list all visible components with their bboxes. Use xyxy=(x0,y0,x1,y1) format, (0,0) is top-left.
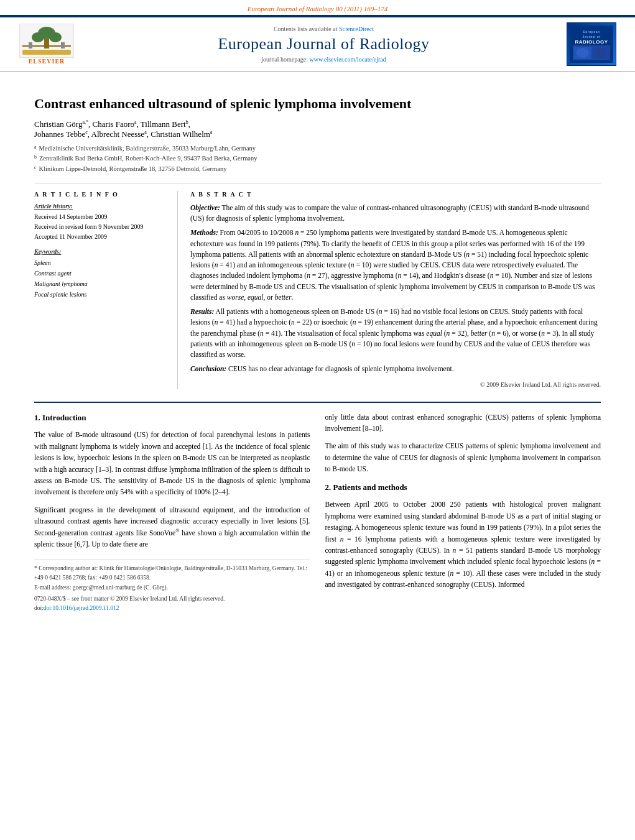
abstract-methods: Methods: From 04/2005 to 10/2008 n = 250… xyxy=(190,228,601,303)
svg-point-3 xyxy=(49,32,62,42)
email-address: E-mail address: goergc@med.uni-marburg.d… xyxy=(34,583,310,592)
body-section2-para1: Between April 2005 to October 2008 250 p… xyxy=(325,499,601,590)
article-info-label: A R T I C L E I N F O xyxy=(34,191,165,198)
body-section1-para1: The value of B-mode ultrasound (US) for … xyxy=(34,429,310,497)
radiology-logo: European Journal of RADIOLOGY xyxy=(567,22,623,66)
affiliation-a: Medizinische Universitätsklinik, Balding… xyxy=(39,144,256,154)
results-label: Results: xyxy=(190,308,214,315)
contents-line: Contents lists available at ScienceDirec… xyxy=(81,25,567,32)
doi-text: doi:doi:10.1016/j.ejrad.2009.11.012 xyxy=(34,604,310,613)
svg-text:Journal of: Journal of xyxy=(582,35,600,39)
abstract-label: A B S T R A C T xyxy=(190,191,601,198)
abstract-column: A B S T R A C T Objective: The aim of th… xyxy=(190,191,601,389)
article-title: Contrast enhanced ultrasound of splenic … xyxy=(34,96,601,112)
keyword-3: Malignant lymphoma xyxy=(34,279,165,289)
sciencedirect-link[interactable]: ScienceDirect xyxy=(339,25,374,32)
authors: Christian Görga,*, Charis Faoroa, Tillma… xyxy=(34,119,601,140)
body-section1-para2: Significant progress in the development … xyxy=(34,504,310,550)
affiliation-c: Klinikum Lippe-Detmold, Röntgenstraße 18… xyxy=(39,164,227,174)
section2-heading: 2. Patients and methods xyxy=(325,481,601,494)
journal-title-area: Contents lists available at ScienceDirec… xyxy=(81,25,567,63)
methods-text: From 04/2005 to 10/2008 n = 250 lymphoma… xyxy=(190,229,595,301)
body-right-column: only little data about contrast enhanced… xyxy=(325,412,601,614)
svg-point-2 xyxy=(32,32,44,42)
abstract-section: Objective: The aim of this study was to … xyxy=(190,203,601,389)
page: European Journal of Radiology 80 (2011) … xyxy=(0,0,635,840)
info-abstract-columns: A R T I C L E I N F O Article history: R… xyxy=(34,183,601,389)
body-section1-right-para1: only little data about contrast enhanced… xyxy=(325,412,601,435)
journal-ref-text: European Journal of Radiology 80 (2011) … xyxy=(248,5,387,12)
revised-date: Received in revised form 9 November 2009 xyxy=(34,222,165,232)
keyword-4: Focal splenic lesions xyxy=(34,289,165,300)
methods-label: Methods: xyxy=(190,229,218,236)
accepted-date: Accepted 11 November 2009 xyxy=(34,232,165,242)
results-text: All patients with a homogeneous spleen o… xyxy=(190,308,598,358)
abstract-objective: Objective: The aim of this study was to … xyxy=(190,203,601,224)
doi-line: 0720-048X/$ – see front matter © 2009 El… xyxy=(34,594,310,613)
svg-point-16 xyxy=(577,48,589,58)
keywords-label: Keywords: xyxy=(34,248,165,255)
keyword-2: Contrast agent xyxy=(34,268,165,279)
abstract-results: Results: All patients with a homogeneous… xyxy=(190,307,601,360)
issn-text: 0720-048X/$ – see front matter © 2009 El… xyxy=(34,594,310,604)
elsevier-logo: ELSEVIER xyxy=(12,24,81,65)
doi-link[interactable]: doi:10.1016/j.ejrad.2009.11.012 xyxy=(44,605,119,611)
article-content: Contrast enhanced ultrasound of splenic … xyxy=(0,72,635,625)
svg-rect-4 xyxy=(44,39,49,48)
journal-header: ELSEVIER Contents lists available at Sci… xyxy=(0,16,635,72)
elsevier-label: ELSEVIER xyxy=(29,58,65,65)
footnote-area: * Corresponding author at: Klinik für Hä… xyxy=(34,560,310,592)
received-date: Received 14 September 2009 xyxy=(34,212,165,222)
article-history: Article history: Received 14 September 2… xyxy=(34,203,165,242)
abstract-conclusion: Conclusion: CEUS has no clear advantage … xyxy=(190,364,601,374)
journal-name: European Journal of Radiology xyxy=(81,35,567,53)
affiliations: a Medizinische Universitätsklinik, Baldi… xyxy=(34,144,601,174)
journal-homepage: journal homepage: www.elsevier.com/locat… xyxy=(81,56,567,63)
conclusion-label: Conclusion: xyxy=(190,365,226,372)
objective-text: The aim of this study was to compare the… xyxy=(190,204,589,222)
svg-point-17 xyxy=(595,48,606,57)
affiliation-b: Zentralklinik Bad Berka GmbH, Robert-Koc… xyxy=(39,154,257,164)
objective-label: Objective: xyxy=(190,204,220,211)
svg-rect-8 xyxy=(22,50,71,55)
homepage-link[interactable]: www.elsevier.com/locate/ejrad xyxy=(310,56,386,63)
copyright-notice: © 2009 Elsevier Ireland Ltd. All rights … xyxy=(190,380,601,389)
svg-text:RADIOLOGY: RADIOLOGY xyxy=(575,39,608,45)
article-info-column: A R T I C L E I N F O Article history: R… xyxy=(34,191,165,389)
keywords-list: Spleen Contrast agent Malignant lymphoma… xyxy=(34,257,165,300)
svg-text:European: European xyxy=(583,30,600,34)
body-section1-right-para2: The aim of this study was to characteriz… xyxy=(325,440,601,474)
elsevier-tree-icon xyxy=(19,24,74,58)
column-divider xyxy=(177,191,178,389)
keyword-1: Spleen xyxy=(34,257,165,268)
corresponding-author: * Corresponding author at: Klinik für Hä… xyxy=(34,564,310,582)
sciencedirect-link-text: ScienceDirect xyxy=(339,25,374,32)
section1-heading: 1. Introduction xyxy=(34,412,310,425)
homepage-link-text: www.elsevier.com/locate/ejrad xyxy=(310,56,386,63)
radiology-journal-icon: European Journal of RADIOLOGY xyxy=(570,25,613,63)
article-dates: Received 14 September 2009 Received in r… xyxy=(34,212,165,242)
history-label: Article history: xyxy=(34,203,165,210)
svg-rect-6 xyxy=(29,42,32,48)
body-columns: 1. Introduction The value of B-mode ultr… xyxy=(34,412,601,614)
conclusion-text: CEUS has no clear advantage for diagnosi… xyxy=(228,365,454,372)
body-left-column: 1. Introduction The value of B-mode ultr… xyxy=(34,412,310,614)
body-section: 1. Introduction The value of B-mode ultr… xyxy=(34,402,601,614)
keywords-section: Keywords: Spleen Contrast agent Malignan… xyxy=(34,248,165,300)
svg-rect-7 xyxy=(61,42,65,48)
journal-reference: European Journal of Radiology 80 (2011) … xyxy=(0,0,635,15)
